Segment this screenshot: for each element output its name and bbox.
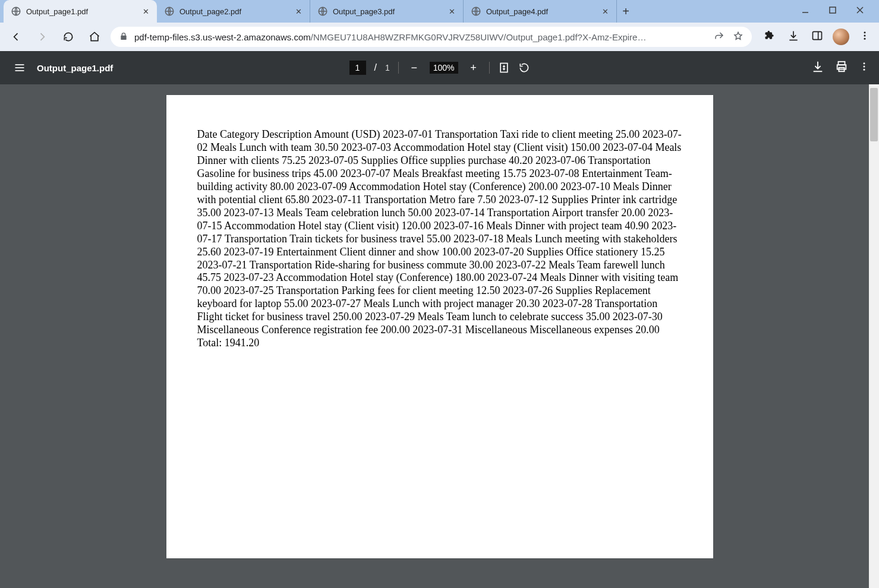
share-icon[interactable] bbox=[714, 31, 724, 43]
forward-button[interactable] bbox=[32, 27, 52, 47]
close-icon[interactable]: ✕ bbox=[294, 7, 303, 16]
kebab-menu-icon[interactable] bbox=[856, 30, 873, 43]
close-icon[interactable]: ✕ bbox=[141, 7, 150, 16]
downloads-icon[interactable] bbox=[785, 30, 802, 44]
omnibox-actions bbox=[714, 31, 743, 43]
pdf-center-controls: 1 / 1 − 100% + bbox=[349, 61, 530, 75]
close-window-icon[interactable] bbox=[849, 6, 871, 17]
svg-point-22 bbox=[864, 69, 865, 71]
back-button[interactable] bbox=[6, 27, 26, 47]
globe-icon bbox=[164, 6, 175, 17]
maximize-icon[interactable] bbox=[822, 6, 843, 17]
star-icon[interactable] bbox=[733, 31, 743, 43]
page-number-input[interactable]: 1 bbox=[349, 61, 366, 75]
svg-point-12 bbox=[864, 38, 866, 40]
globe-icon bbox=[317, 6, 328, 17]
pdf-right-controls bbox=[811, 60, 869, 75]
avatar[interactable] bbox=[833, 29, 849, 45]
toolbar-actions bbox=[761, 29, 873, 45]
tab-label: Output_page3.pdf bbox=[333, 7, 443, 16]
zoom-out-button[interactable]: − bbox=[407, 62, 421, 74]
pdf-kebab-icon[interactable] bbox=[859, 61, 869, 74]
extensions-icon[interactable] bbox=[761, 30, 778, 44]
svg-point-21 bbox=[864, 66, 865, 68]
svg-rect-5 bbox=[830, 7, 836, 13]
zoom-in-button[interactable]: + bbox=[467, 62, 481, 74]
tab-label: Output_page2.pdf bbox=[179, 7, 289, 16]
svg-point-10 bbox=[864, 31, 866, 33]
page-total: 1 bbox=[385, 63, 390, 72]
window-controls bbox=[795, 0, 879, 23]
tab-label: Output_page4.pdf bbox=[486, 7, 596, 16]
new-tab-button[interactable]: + bbox=[617, 0, 635, 23]
pdf-viewport[interactable]: Date Category Description Amount (USD) 2… bbox=[0, 84, 879, 588]
svg-rect-16 bbox=[500, 64, 508, 72]
svg-point-11 bbox=[864, 35, 866, 37]
tab-4[interactable]: Output_page4.pdf ✕ bbox=[464, 0, 617, 23]
download-icon[interactable] bbox=[811, 60, 824, 75]
minimize-icon[interactable] bbox=[795, 6, 816, 17]
vertical-scrollbar[interactable] bbox=[869, 84, 879, 588]
globe-icon bbox=[471, 6, 481, 17]
close-icon[interactable]: ✕ bbox=[448, 7, 456, 16]
document-title: Output_page1.pdf bbox=[37, 63, 113, 73]
divider bbox=[398, 62, 399, 74]
close-icon[interactable]: ✕ bbox=[601, 7, 609, 16]
home-button[interactable] bbox=[84, 27, 105, 47]
pdf-page: Date Category Description Amount (USD) 2… bbox=[166, 95, 713, 558]
svg-rect-8 bbox=[813, 31, 822, 39]
fit-to-page-icon[interactable] bbox=[498, 62, 510, 74]
tab-1[interactable]: Output_page1.pdf ✕ bbox=[4, 0, 157, 23]
lock-icon bbox=[119, 31, 128, 43]
page-separator: / bbox=[374, 62, 376, 73]
url-host: pdf-temp-files.s3.us-west-2.amazonaws.co… bbox=[134, 32, 311, 42]
document-body: Date Category Description Amount (USD) 2… bbox=[197, 128, 682, 350]
scrollbar-thumb[interactable] bbox=[870, 88, 878, 141]
browser-toolbar: pdf-temp-files.s3.us-west-2.amazonaws.co… bbox=[0, 23, 879, 51]
rotate-icon[interactable] bbox=[518, 62, 530, 74]
address-bar[interactable]: pdf-temp-files.s3.us-west-2.amazonaws.co… bbox=[111, 27, 752, 47]
hamburger-icon[interactable] bbox=[10, 58, 30, 78]
tab-strip: Output_page1.pdf ✕ Output_page2.pdf ✕ Ou… bbox=[0, 0, 879, 23]
divider bbox=[489, 62, 490, 74]
side-panel-icon[interactable] bbox=[809, 30, 826, 44]
tab-2[interactable]: Output_page2.pdf ✕ bbox=[157, 0, 310, 23]
reload-button[interactable] bbox=[58, 27, 78, 47]
url-text: pdf-temp-files.s3.us-west-2.amazonaws.co… bbox=[134, 32, 708, 42]
globe-icon bbox=[11, 6, 21, 17]
svg-point-20 bbox=[864, 62, 865, 64]
zoom-level[interactable]: 100% bbox=[430, 62, 458, 74]
tab-3[interactable]: Output_page3.pdf ✕ bbox=[310, 0, 464, 23]
url-path: /NMGEU71U8AH8WZRFMKG0RVJRVZ58UIWV/Output… bbox=[311, 32, 647, 42]
print-icon[interactable] bbox=[835, 60, 848, 75]
pdf-toolbar: Output_page1.pdf 1 / 1 − 100% + bbox=[0, 51, 879, 84]
tab-label: Output_page1.pdf bbox=[26, 7, 137, 16]
